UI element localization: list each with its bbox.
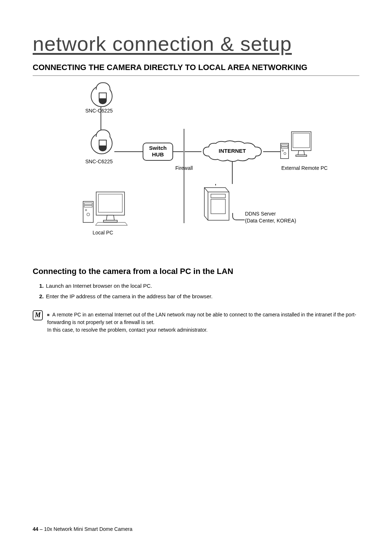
ddns-server-icon	[200, 183, 233, 223]
svg-rect-13	[103, 220, 117, 222]
note-line: In this case, to resolve the problem, co…	[47, 327, 208, 333]
note-line: A remote PC in an external Internet out …	[47, 312, 356, 325]
step-text: Launch an Internet browser on the local …	[46, 283, 152, 289]
ddns-server-label: DDNS Server (Data Center, KOREA)	[245, 210, 296, 225]
svg-point-10	[85, 209, 87, 211]
camera-label: SNC-C6225	[85, 159, 118, 164]
diagram-connector	[232, 213, 245, 220]
diagram-connector	[114, 151, 143, 152]
svg-rect-8	[84, 203, 92, 205]
svg-rect-2	[281, 147, 288, 148]
camera-label: SNC-C6225	[85, 108, 118, 114]
note-icon: M	[33, 310, 43, 320]
footer-separator: –	[38, 526, 44, 532]
camera-icon: SNC-C6225	[85, 132, 118, 161]
step-number: 1.	[39, 283, 44, 289]
local-pc-label: Local PC	[93, 230, 113, 235]
svg-rect-9	[84, 205, 92, 207]
svg-rect-1	[281, 145, 288, 146]
network-diagram: SNC-C6225 SNC-C6225 Switch HUB INTERNET …	[53, 85, 339, 245]
subsection-heading: Connecting to the camera from a local PC…	[33, 267, 359, 276]
steps-list: 1.Launch an Internet browser on the loca…	[33, 283, 359, 299]
firewall-label: Firewall	[175, 165, 193, 171]
ddns-line1: DDNS Server	[245, 210, 296, 218]
step-number: 2.	[39, 293, 44, 299]
camera-icon: SNC-C6225	[85, 85, 118, 114]
diagram-connector	[185, 151, 201, 152]
page-number: 44	[33, 526, 38, 532]
ddns-line2: (Data Center, KOREA)	[245, 217, 296, 225]
diagram-connector	[232, 161, 233, 184]
svg-rect-6	[296, 155, 307, 156]
svg-point-11	[87, 213, 90, 216]
step-text: Enter the IP address of the camera in th…	[46, 293, 213, 299]
svg-rect-15	[211, 199, 225, 214]
remote-pc-label: External Remote PC	[278, 165, 314, 171]
firewall-line	[183, 129, 185, 223]
diagram-connector	[173, 151, 184, 152]
section-heading: CONNECTING THE CAMERA DIRECTLY TO LOCAL …	[33, 62, 359, 76]
list-item: 2.Enter the IP address of the camera in …	[39, 293, 359, 299]
note-text: A remote PC in an external Internet out …	[47, 310, 359, 334]
local-pc-icon	[82, 191, 129, 228]
internet-cloud-icon: INTERNET	[201, 140, 263, 163]
svg-point-3	[282, 150, 283, 151]
bullet-icon	[47, 314, 49, 316]
internet-label: INTERNET	[201, 148, 263, 154]
switch-hub-box: Switch HUB	[143, 143, 173, 161]
svg-rect-5	[293, 133, 310, 148]
switch-label: Switch	[143, 145, 172, 151]
page-title: network connection & setup	[33, 32, 359, 56]
svg-rect-12	[98, 194, 122, 212]
hub-label: HUB	[143, 151, 172, 158]
remote-pc-icon: External Remote PC	[278, 129, 314, 161]
svg-rect-14	[211, 194, 225, 198]
list-item: 1.Launch an Internet browser on the loca…	[39, 283, 359, 289]
page-footer: 44 – 10x Network Mini Smart Dome Camera	[33, 526, 132, 532]
svg-point-4	[284, 152, 286, 155]
note-block: M A remote PC in an external Internet ou…	[33, 310, 359, 334]
footer-product: 10x Network Mini Smart Dome Camera	[44, 526, 132, 532]
